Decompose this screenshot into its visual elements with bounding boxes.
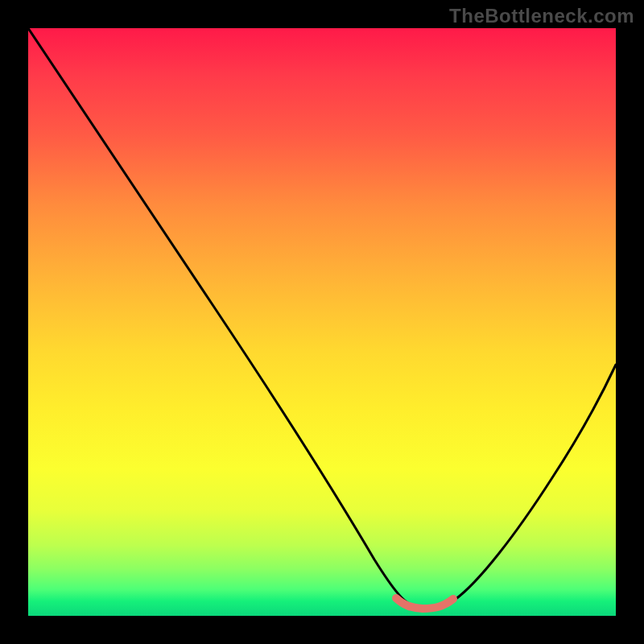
salmon-trough-segment xyxy=(396,598,453,609)
black-curve xyxy=(28,28,616,608)
chart-frame: TheBottleneck.com xyxy=(0,0,644,644)
curve-layer xyxy=(28,28,616,616)
watermark-text: TheBottleneck.com xyxy=(449,5,634,27)
